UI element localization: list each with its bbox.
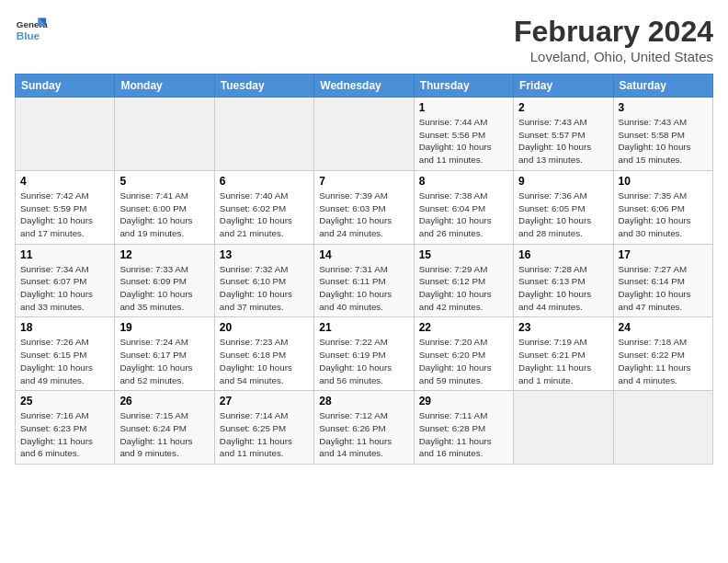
- day-number: 6: [220, 175, 309, 188]
- day-number: 3: [619, 101, 708, 114]
- day-number: 24: [619, 321, 708, 334]
- day-info: Sunrise: 7:26 AM Sunset: 6:15 PM Dayligh…: [20, 336, 109, 386]
- calendar-table: SundayMondayTuesdayWednesdayThursdayFrid…: [15, 74, 713, 465]
- day-info: Sunrise: 7:44 AM Sunset: 5:56 PM Dayligh…: [419, 116, 508, 167]
- calendar-cell: 20Sunrise: 7:23 AM Sunset: 6:18 PM Dayli…: [214, 317, 313, 391]
- day-number: 27: [220, 395, 309, 408]
- calendar-cell: 25Sunrise: 7:16 AM Sunset: 6:23 PM Dayli…: [16, 391, 115, 465]
- day-number: 12: [119, 248, 209, 261]
- calendar-cell: 7Sunrise: 7:39 AM Sunset: 6:03 PM Daylig…: [314, 170, 414, 244]
- calendar-cell: 18Sunrise: 7:26 AM Sunset: 6:15 PM Dayli…: [16, 317, 115, 391]
- day-info: Sunrise: 7:19 AM Sunset: 6:21 PM Dayligh…: [518, 336, 608, 386]
- day-number: 11: [20, 248, 109, 261]
- calendar-cell: 1Sunrise: 7:44 AM Sunset: 5:56 PM Daylig…: [414, 98, 513, 171]
- day-info: Sunrise: 7:11 AM Sunset: 6:28 PM Dayligh…: [419, 409, 508, 460]
- calendar-cell: 5Sunrise: 7:41 AM Sunset: 6:00 PM Daylig…: [115, 170, 214, 244]
- day-number: 26: [119, 395, 209, 408]
- day-info: Sunrise: 7:36 AM Sunset: 6:05 PM Dayligh…: [518, 190, 608, 240]
- calendar-cell: 12Sunrise: 7:33 AM Sunset: 6:09 PM Dayli…: [115, 244, 214, 317]
- day-number: 1: [419, 101, 508, 114]
- calendar-cell: 24Sunrise: 7:18 AM Sunset: 6:22 PM Dayli…: [613, 317, 712, 391]
- column-header-tuesday: Tuesday: [214, 75, 313, 98]
- day-info: Sunrise: 7:35 AM Sunset: 6:06 PM Dayligh…: [619, 190, 708, 240]
- calendar-cell: 8Sunrise: 7:38 AM Sunset: 6:04 PM Daylig…: [414, 170, 513, 244]
- column-header-friday: Friday: [514, 75, 613, 98]
- day-info: Sunrise: 7:34 AM Sunset: 6:07 PM Dayligh…: [20, 263, 109, 314]
- calendar-cell: 17Sunrise: 7:27 AM Sunset: 6:14 PM Dayli…: [613, 244, 712, 317]
- day-info: Sunrise: 7:32 AM Sunset: 6:10 PM Dayligh…: [220, 263, 309, 314]
- calendar-cell: [314, 98, 414, 171]
- day-number: 23: [518, 321, 608, 334]
- day-info: Sunrise: 7:18 AM Sunset: 6:22 PM Dayligh…: [619, 336, 708, 386]
- day-number: 5: [119, 175, 209, 188]
- day-info: Sunrise: 7:43 AM Sunset: 5:57 PM Dayligh…: [518, 116, 608, 167]
- calendar-cell: 11Sunrise: 7:34 AM Sunset: 6:07 PM Dayli…: [16, 244, 115, 317]
- day-number: 7: [319, 175, 408, 188]
- day-info: Sunrise: 7:27 AM Sunset: 6:14 PM Dayligh…: [619, 263, 708, 314]
- day-number: 29: [419, 395, 508, 408]
- logo-icon: General Blue: [15, 15, 48, 48]
- calendar-cell: 16Sunrise: 7:28 AM Sunset: 6:13 PM Dayli…: [514, 244, 613, 317]
- day-info: Sunrise: 7:20 AM Sunset: 6:20 PM Dayligh…: [419, 336, 508, 386]
- calendar-cell: [115, 98, 214, 171]
- day-number: 19: [119, 321, 209, 334]
- day-number: 13: [220, 248, 309, 261]
- day-number: 18: [20, 321, 109, 334]
- day-info: Sunrise: 7:14 AM Sunset: 6:25 PM Dayligh…: [220, 409, 309, 460]
- column-header-monday: Monday: [115, 75, 214, 98]
- day-number: 17: [619, 248, 708, 261]
- day-info: Sunrise: 7:28 AM Sunset: 6:13 PM Dayligh…: [518, 263, 608, 314]
- column-header-thursday: Thursday: [414, 75, 513, 98]
- logo: General Blue: [15, 15, 48, 48]
- day-number: 16: [518, 248, 608, 261]
- day-number: 28: [319, 395, 408, 408]
- day-info: Sunrise: 7:40 AM Sunset: 6:02 PM Dayligh…: [220, 190, 309, 240]
- calendar-cell: 28Sunrise: 7:12 AM Sunset: 6:26 PM Dayli…: [314, 391, 414, 465]
- calendar-cell: [514, 391, 613, 465]
- day-info: Sunrise: 7:24 AM Sunset: 6:17 PM Dayligh…: [119, 336, 209, 386]
- svg-text:Blue: Blue: [17, 29, 40, 41]
- day-info: Sunrise: 7:43 AM Sunset: 5:58 PM Dayligh…: [619, 116, 708, 167]
- subtitle: Loveland, Ohio, United States: [514, 49, 713, 64]
- day-number: 2: [518, 101, 608, 114]
- calendar-cell: [214, 98, 313, 171]
- day-info: Sunrise: 7:12 AM Sunset: 6:26 PM Dayligh…: [319, 409, 408, 460]
- calendar-cell: 13Sunrise: 7:32 AM Sunset: 6:10 PM Dayli…: [214, 244, 313, 317]
- day-number: 22: [419, 321, 508, 334]
- calendar-cell: 9Sunrise: 7:36 AM Sunset: 6:05 PM Daylig…: [514, 170, 613, 244]
- day-info: Sunrise: 7:31 AM Sunset: 6:11 PM Dayligh…: [319, 263, 408, 314]
- day-number: 14: [319, 248, 408, 261]
- calendar-cell: 19Sunrise: 7:24 AM Sunset: 6:17 PM Dayli…: [115, 317, 214, 391]
- calendar-cell: 23Sunrise: 7:19 AM Sunset: 6:21 PM Dayli…: [514, 317, 613, 391]
- column-header-saturday: Saturday: [613, 75, 712, 98]
- calendar-cell: 15Sunrise: 7:29 AM Sunset: 6:12 PM Dayli…: [414, 244, 513, 317]
- day-number: 20: [220, 321, 309, 334]
- calendar-cell: [16, 98, 115, 171]
- column-header-sunday: Sunday: [16, 75, 115, 98]
- day-info: Sunrise: 7:42 AM Sunset: 5:59 PM Dayligh…: [20, 190, 109, 240]
- main-title: February 2024: [514, 15, 713, 49]
- day-number: 25: [20, 395, 109, 408]
- calendar-cell: 3Sunrise: 7:43 AM Sunset: 5:58 PM Daylig…: [613, 98, 712, 171]
- calendar-cell: 4Sunrise: 7:42 AM Sunset: 5:59 PM Daylig…: [16, 170, 115, 244]
- calendar-cell: 10Sunrise: 7:35 AM Sunset: 6:06 PM Dayli…: [613, 170, 712, 244]
- calendar-cell: 26Sunrise: 7:15 AM Sunset: 6:24 PM Dayli…: [115, 391, 214, 465]
- header: General Blue February 2024 Loveland, Ohi…: [15, 15, 713, 64]
- title-area: February 2024 Loveland, Ohio, United Sta…: [514, 15, 713, 64]
- calendar-cell: [613, 391, 712, 465]
- calendar-cell: 21Sunrise: 7:22 AM Sunset: 6:19 PM Dayli…: [314, 317, 414, 391]
- day-number: 9: [518, 175, 608, 188]
- calendar-cell: 6Sunrise: 7:40 AM Sunset: 6:02 PM Daylig…: [214, 170, 313, 244]
- day-info: Sunrise: 7:23 AM Sunset: 6:18 PM Dayligh…: [220, 336, 309, 386]
- calendar-cell: 2Sunrise: 7:43 AM Sunset: 5:57 PM Daylig…: [514, 98, 613, 171]
- day-info: Sunrise: 7:22 AM Sunset: 6:19 PM Dayligh…: [319, 336, 408, 386]
- day-info: Sunrise: 7:39 AM Sunset: 6:03 PM Dayligh…: [319, 190, 408, 240]
- calendar-cell: 22Sunrise: 7:20 AM Sunset: 6:20 PM Dayli…: [414, 317, 513, 391]
- calendar-cell: 27Sunrise: 7:14 AM Sunset: 6:25 PM Dayli…: [214, 391, 313, 465]
- day-info: Sunrise: 7:38 AM Sunset: 6:04 PM Dayligh…: [419, 190, 508, 240]
- day-number: 4: [20, 175, 109, 188]
- day-number: 10: [619, 175, 708, 188]
- day-info: Sunrise: 7:15 AM Sunset: 6:24 PM Dayligh…: [119, 409, 209, 460]
- calendar-cell: 29Sunrise: 7:11 AM Sunset: 6:28 PM Dayli…: [414, 391, 513, 465]
- column-header-wednesday: Wednesday: [314, 75, 414, 98]
